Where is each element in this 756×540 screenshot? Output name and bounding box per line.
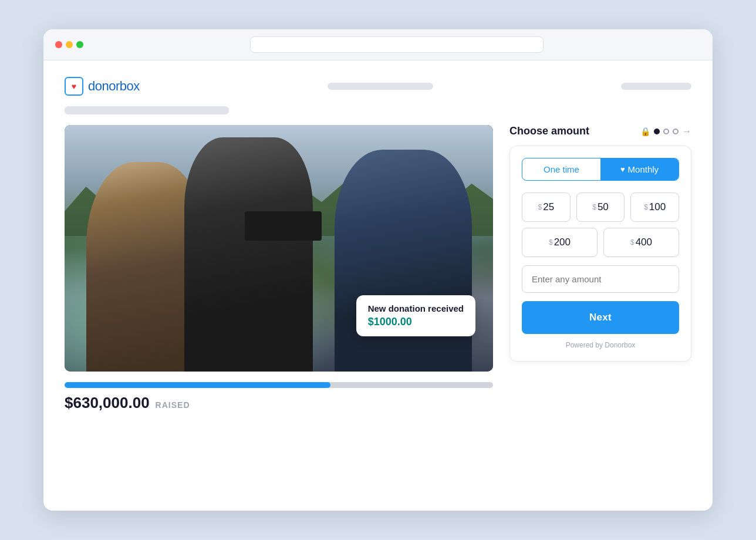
arrow-right-icon: → — [682, 126, 691, 137]
currency-symbol-1: $ — [538, 203, 542, 211]
one-time-button[interactable]: One time — [522, 158, 600, 180]
currency-symbol-4: $ — [549, 238, 553, 247]
currency-symbol-2: $ — [592, 203, 596, 211]
step-dot-1 — [654, 129, 660, 134]
choose-amount-title: Choose amount — [509, 125, 589, 137]
custom-amount-input[interactable] — [522, 265, 679, 293]
lock-icon: 🔒 — [640, 127, 650, 136]
raised-row: $630,000.00 RAISED — [65, 394, 493, 412]
next-button[interactable]: Next — [522, 301, 679, 334]
browser-window: donorbox — [43, 29, 713, 511]
amount-button-400[interactable]: $ 400 — [603, 228, 679, 257]
amount-value-100: 100 — [649, 201, 666, 213]
logo-icon — [65, 77, 83, 96]
title-placeholder — [65, 106, 229, 114]
logo-text: donorbox — [88, 79, 140, 94]
person-mid — [184, 137, 313, 372]
notification-title: New donation received — [368, 303, 464, 313]
powered-by: Powered by Donorbox — [522, 341, 679, 349]
main-section: New donation received $1000.00 $630,000.… — [65, 125, 691, 412]
progress-bar-bg — [65, 382, 493, 388]
step-dot-2 — [663, 129, 669, 134]
amount-button-100[interactable]: $ 100 — [630, 193, 679, 222]
dot-red — [55, 41, 62, 48]
address-bar[interactable] — [250, 36, 544, 53]
dot-yellow — [66, 41, 73, 48]
raised-amount: $630,000.00 — [65, 394, 150, 412]
left-panel: New donation received $1000.00 $630,000.… — [65, 125, 493, 412]
currency-symbol-5: $ — [630, 238, 635, 247]
amount-value-50: 50 — [598, 201, 609, 213]
amount-value-400: 400 — [636, 237, 652, 248]
heart-icon: ♥ — [620, 165, 625, 174]
browser-dots — [55, 41, 83, 48]
monthly-button[interactable]: ♥ Monthly — [600, 158, 679, 180]
progress-bar-fill — [65, 382, 330, 388]
right-panel: Choose amount 🔒 → One time ♥ — [509, 125, 691, 362]
page-content: donorbox — [43, 60, 713, 433]
amount-button-25[interactable]: $ 25 — [522, 193, 571, 222]
notification-popup: New donation received $1000.00 — [356, 295, 475, 336]
currency-symbol-3: $ — [644, 203, 648, 211]
frequency-toggle: One time ♥ Monthly — [522, 158, 679, 181]
logo: donorbox — [65, 77, 140, 96]
amount-button-200[interactable]: $ 200 — [522, 228, 598, 257]
donation-card: One time ♥ Monthly $ 25 $ — [509, 146, 691, 362]
step-indicators: 🔒 → — [640, 126, 691, 137]
amount-value-25: 25 — [543, 201, 554, 213]
raised-label: RAISED — [156, 400, 190, 410]
notification-amount: $1000.00 — [368, 316, 464, 328]
choose-amount-header: Choose amount 🔒 → — [509, 125, 691, 137]
donorbox-header: donorbox — [65, 77, 691, 96]
header-placeholder — [328, 83, 433, 90]
camera-shape — [245, 211, 322, 241]
monthly-label: Monthly — [628, 164, 659, 174]
dot-green — [76, 41, 83, 48]
progress-section: $630,000.00 RAISED — [65, 382, 493, 412]
amount-button-50[interactable]: $ 50 — [576, 193, 625, 222]
amount-grid-row1: $ 25 $ 50 $ 100 — [522, 193, 679, 222]
person-right — [335, 150, 472, 372]
campaign-image: New donation received $1000.00 — [65, 125, 493, 372]
amount-grid-row2: $ 200 $ 400 — [522, 228, 679, 257]
amount-value-200: 200 — [554, 237, 571, 248]
step-dot-3 — [673, 129, 679, 134]
browser-header — [43, 29, 713, 60]
header-right-placeholder — [621, 83, 691, 90]
